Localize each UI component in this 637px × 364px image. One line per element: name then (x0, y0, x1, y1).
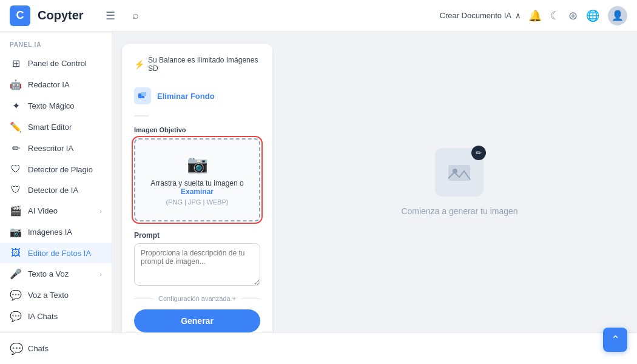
sidebar-item-label: Texto Mágico (28, 101, 75, 110)
photo-editor-icon: 🖼 (10, 248, 22, 258)
chevron-right-icon: › (99, 207, 102, 215)
mic-icon: 🎤 (10, 268, 22, 280)
sidebar-item-ai-video[interactable]: 🎬 AI Video › (0, 200, 112, 221)
topnav: C Copyter ☰ ⌕ Crear Documento IA ∧ 🔔 ☾ ⊕… (0, 0, 637, 32)
edit-icon: ✏️ (10, 121, 22, 133)
sidebar-item-editor-fotos-ia[interactable]: 🖼 Editor de Fotos IA (0, 243, 112, 263)
upload-dropzone[interactable]: 📷 Arrastra y suelta tu imagen o Examinar… (134, 138, 260, 221)
chevron-up-icon: ⌃ (611, 333, 620, 346)
upload-instruction: Arrastra y suelta tu imagen o Examinar (145, 179, 249, 196)
sidebar-item-voz-a-texto[interactable]: 💬 Voz a Texto (0, 285, 112, 306)
menu-icon: ☰ (106, 9, 115, 22)
sidebar-item-label: Smart Editor (28, 123, 72, 132)
search-button[interactable]: ⌕ (127, 7, 144, 24)
sidebar-item-texto-magico[interactable]: ✦ Texto Mágico (0, 95, 112, 116)
globe-icon: 🌐 (10, 332, 22, 332)
generar-button[interactable]: Generar (134, 309, 260, 332)
sidebar-item-label: Editor de Fotos IA (28, 249, 91, 258)
divider (134, 115, 149, 116)
layout: PANEL IA ⊞ Panel de Control 🤖 Redactor I… (0, 32, 637, 332)
chevron-up-icon: ∧ (515, 11, 521, 20)
moon-icon[interactable]: ☾ (550, 9, 560, 22)
sidebar-item-label: Redactor IA (28, 80, 70, 89)
magic-icon: ✦ (10, 100, 22, 112)
shield-icon: 🛡 (10, 164, 22, 175)
svg-rect-1 (141, 92, 146, 96)
sidebar-item-panel-de-control[interactable]: ⊞ Panel de Control (0, 53, 112, 74)
balance-bar: ⚡ Su Balance es Ilimitado Imágenes SD (134, 56, 260, 73)
config-avanzada-label: Configuración avanzada + (158, 295, 236, 302)
edit-badge: ✏ (471, 146, 486, 160)
eliminar-fondo-icon (134, 87, 151, 104)
image-section-label: Imagen Objetivo (134, 126, 260, 133)
sidebar-item-texto-a-voz[interactable]: 🎤 Texto a Voz › (0, 263, 112, 285)
main-card: ⚡ Su Balance es Ilimitado Imágenes SD El… (122, 44, 272, 332)
sidebar-item-label: Imágenes IA (28, 228, 72, 237)
sidebar: PANEL IA ⊞ Panel de Control 🤖 Redactor I… (0, 32, 112, 332)
sidebar-section-label: PANEL IA (0, 39, 112, 53)
bell-icon[interactable]: 🔔 (528, 9, 542, 22)
sidebar-item-imagenes-ia[interactable]: 📷 Imágenes IA (0, 221, 112, 243)
chats-icon: 💬 (10, 342, 23, 356)
user-icon: 👤 (612, 10, 624, 21)
logo-icon: C (10, 5, 30, 26)
chats-label: Chats (28, 344, 49, 353)
svg-rect-2 (448, 165, 470, 181)
sidebar-item-label: Detector de IA (28, 186, 78, 195)
nav-right-icons: 🔔 ☾ ⊕ 🌐 👤 (528, 6, 627, 25)
avatar[interactable]: 👤 (608, 6, 627, 25)
sidebar-item-label: Voz a Texto (28, 291, 69, 300)
sidebar-item-ia-chats[interactable]: 💬 IA Chats (0, 306, 112, 327)
main-content: ⚡ Su Balance es Ilimitado Imágenes SD El… (112, 32, 637, 332)
config-avanzada-toggle[interactable]: Configuración avanzada + (134, 295, 260, 302)
camera-icon: 📷 (10, 226, 22, 238)
sidebar-item-label: AI Video (28, 206, 58, 215)
grid-icon: ⊞ (10, 58, 22, 69)
video-icon: 🎬 (10, 205, 22, 217)
pencil-icon: ✏ (476, 149, 482, 157)
sidebar-item-label: Texto a Voz (28, 269, 69, 278)
panel-right: ✏ Comienza a generar tu imagen (282, 32, 637, 332)
search-icon: ⌕ (132, 9, 139, 22)
chats-bottom-tab[interactable]: 💬 Chats (0, 332, 637, 364)
scroll-to-top-button[interactable]: ⌃ (603, 328, 627, 352)
panel-left: ⚡ Su Balance es Ilimitado Imágenes SD El… (112, 32, 282, 332)
shield2-icon: 🛡 (10, 184, 22, 195)
eliminar-fondo-label: Eliminar Fondo (157, 92, 215, 101)
camera-upload-icon: 📷 (145, 154, 249, 174)
sidebar-item-redactor-ia[interactable]: 🤖 Redactor IA (0, 74, 112, 95)
sidebar-item-label: Detector de Plagio (28, 165, 93, 174)
chevron-right-icon: › (99, 271, 102, 278)
chat-icon: 💬 (10, 311, 22, 322)
sidebar-item-detector-plagio[interactable]: 🛡 Detector de Plagio (0, 159, 112, 180)
sidebar-item-smart-editor[interactable]: ✏️ Smart Editor (0, 116, 112, 138)
examinar-link[interactable]: Examinar (181, 187, 214, 196)
logo-text: Copyter (38, 8, 84, 22)
upload-hint: (PNG | JPG | WEBP) (145, 198, 249, 206)
crear-documento-button[interactable]: Crear Documento IA ∧ (440, 11, 522, 20)
preview-icon-wrap: ✏ (435, 148, 484, 197)
rewrite-icon: ✏ (10, 143, 22, 154)
prompt-label: Prompt (134, 231, 260, 240)
globe-icon[interactable]: 🌐 (586, 9, 599, 22)
robot-icon: 🤖 (10, 79, 22, 90)
crear-label: Crear Documento IA (440, 11, 512, 20)
sidebar-item-detector-ia[interactable]: 🛡 Detector de IA (0, 180, 112, 200)
sidebar-item-reescritor-ia[interactable]: ✏ Reescritor IA (0, 138, 112, 159)
balance-text: Su Balance es Ilimitado Imágenes SD (148, 56, 260, 73)
sidebar-item-label: IA Chats (28, 312, 58, 321)
generar-label: Generar (181, 316, 214, 326)
sidebar-item-label: Panel de Control (28, 59, 87, 68)
eliminar-fondo-item[interactable]: Eliminar Fondo (134, 83, 260, 109)
preview-text: Comienza a generar tu imagen (401, 206, 517, 216)
sidebar-item-vision-ai[interactable]: 🌐 Vision AI (0, 327, 112, 332)
prompt-textarea[interactable] (134, 243, 260, 286)
grid-icon[interactable]: ⊕ (568, 9, 578, 22)
upload-section: Imagen Objetivo 📷 Arrastra y suelta tu i… (134, 126, 260, 221)
preview-area: ✏ Comienza a generar tu imagen (401, 148, 517, 216)
sidebar-item-label: Reescritor IA (28, 144, 73, 153)
menu-button[interactable]: ☰ (101, 7, 120, 25)
bolt-icon: ⚡ (134, 59, 144, 69)
voice-icon: 💬 (10, 289, 22, 301)
